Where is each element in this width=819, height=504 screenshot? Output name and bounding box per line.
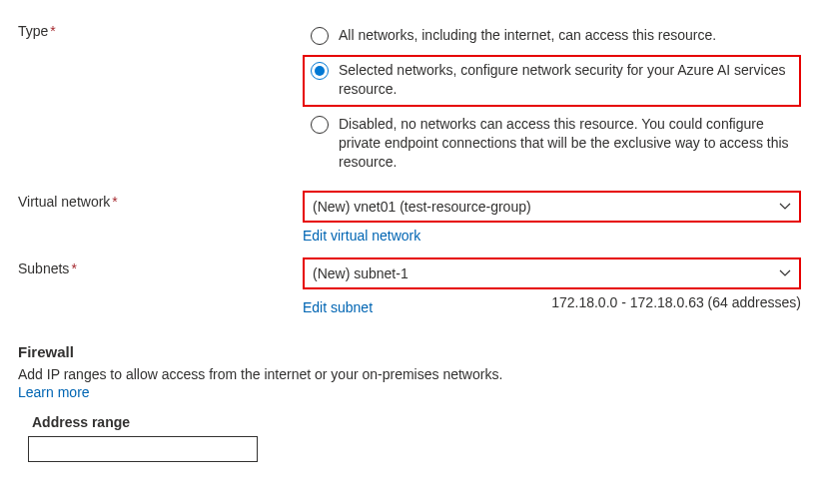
vnet-dropdown-value: (New) vnet01 (test-resource-group) — [313, 199, 531, 215]
address-range-input[interactable] — [28, 436, 258, 462]
type-option-all[interactable]: All networks, including the internet, ca… — [303, 20, 801, 53]
chevron-down-icon — [779, 267, 791, 279]
vnet-label: Virtual network* — [18, 191, 303, 210]
radio-icon — [311, 27, 329, 45]
type-label: Type* — [18, 20, 303, 39]
chevron-down-icon — [779, 201, 791, 213]
type-option-all-text: All networks, including the internet, ca… — [339, 26, 716, 45]
learn-more-link[interactable]: Learn more — [18, 384, 801, 400]
edit-subnet-link[interactable]: Edit subnet — [303, 299, 373, 315]
radio-icon — [311, 116, 329, 134]
type-option-disabled[interactable]: Disabled, no networks can access this re… — [303, 109, 801, 180]
vnet-label-text: Virtual network — [18, 194, 110, 210]
subnet-dropdown[interactable]: (New) subnet-1 — [303, 257, 801, 289]
edit-vnet-link[interactable]: Edit virtual network — [303, 228, 420, 244]
type-option-disabled-text: Disabled, no networks can access this re… — [339, 115, 793, 172]
type-label-text: Type — [18, 23, 48, 39]
type-option-selected-text: Selected networks, configure network sec… — [339, 61, 793, 99]
firewall-desc: Add IP ranges to allow access from the i… — [18, 366, 801, 382]
subnet-label-text: Subnets — [18, 260, 69, 276]
subnet-label: Subnets* — [18, 257, 303, 276]
firewall-title: Firewall — [18, 343, 801, 360]
subnet-range-text: 172.18.0.0 - 172.18.0.63 (64 addresses) — [551, 294, 801, 315]
type-option-selected[interactable]: Selected networks, configure network sec… — [303, 55, 801, 107]
vnet-dropdown[interactable]: (New) vnet01 (test-resource-group) — [303, 191, 801, 223]
subnet-dropdown-value: (New) subnet-1 — [313, 265, 409, 281]
radio-icon — [311, 62, 329, 80]
required-asterisk: * — [112, 194, 117, 210]
required-asterisk: * — [50, 23, 55, 39]
required-asterisk: * — [71, 260, 76, 276]
address-range-label: Address range — [32, 414, 801, 430]
